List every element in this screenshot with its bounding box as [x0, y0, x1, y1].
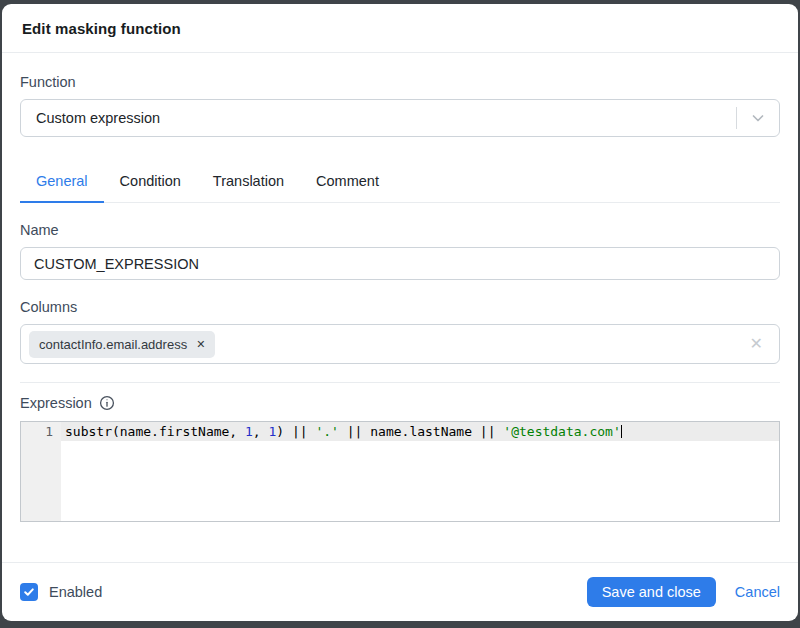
- code-token: ,: [253, 424, 269, 439]
- edit-masking-function-dialog: Edit masking function Function Custom ex…: [2, 4, 798, 621]
- function-label: Function: [20, 74, 780, 90]
- code-token: || name.lastName ||: [339, 424, 503, 439]
- tab-general[interactable]: General: [20, 162, 104, 203]
- line-number: 1: [21, 422, 53, 441]
- expression-code-editor[interactable]: 1 substr(name.firstName, 1, 1) || '.' ||…: [20, 421, 780, 522]
- dialog-header: Edit masking function: [2, 4, 798, 53]
- function-select-value: Custom expression: [21, 110, 736, 126]
- info-icon[interactable]: [99, 395, 115, 411]
- function-select[interactable]: Custom expression: [20, 99, 780, 137]
- tab-bar: General Condition Translation Comment: [20, 162, 780, 203]
- enabled-label: Enabled: [49, 584, 102, 600]
- columns-label: Columns: [20, 299, 780, 315]
- chip-remove-icon[interactable]: ✕: [196, 339, 205, 350]
- name-label: Name: [20, 222, 780, 238]
- code-token: '@testdata.com': [503, 424, 620, 439]
- text-cursor: [621, 425, 622, 438]
- dialog-body: Function Custom expression General Condi…: [2, 53, 798, 562]
- code-token: '.': [315, 424, 338, 439]
- tab-comment[interactable]: Comment: [300, 162, 395, 203]
- column-chip-label: contactInfo.email.address: [39, 337, 187, 352]
- editor-gutter: 1: [21, 422, 61, 521]
- dialog-title: Edit masking function: [22, 20, 181, 37]
- section-divider: [20, 382, 780, 383]
- code-token: ) ||: [276, 424, 315, 439]
- code-line: substr(name.firstName, 1, 1) || '.' || n…: [61, 422, 779, 441]
- clear-columns-icon[interactable]: ✕: [742, 336, 771, 352]
- columns-multiselect[interactable]: contactInfo.email.address ✕ ✕: [20, 324, 780, 364]
- code-token: 1: [245, 424, 253, 439]
- column-chip: contactInfo.email.address ✕: [29, 331, 215, 358]
- enabled-toggle[interactable]: Enabled: [20, 583, 102, 601]
- save-and-close-button[interactable]: Save and close: [587, 577, 716, 607]
- chevron-down-icon[interactable]: [737, 110, 779, 126]
- footer-actions: Save and close Cancel: [587, 577, 780, 607]
- cancel-button[interactable]: Cancel: [735, 584, 780, 600]
- code-token: substr(name.firstName,: [65, 424, 245, 439]
- name-input[interactable]: [20, 247, 780, 280]
- editor-content[interactable]: substr(name.firstName, 1, 1) || '.' || n…: [61, 422, 779, 521]
- dialog-footer: Enabled Save and close Cancel: [2, 562, 798, 621]
- columns-chip-list: contactInfo.email.address ✕: [29, 331, 742, 358]
- tab-condition[interactable]: Condition: [104, 162, 197, 203]
- tab-translation[interactable]: Translation: [197, 162, 300, 203]
- enabled-checkbox[interactable]: [20, 583, 38, 601]
- expression-label-row: Expression: [20, 395, 780, 411]
- expression-label: Expression: [20, 395, 92, 411]
